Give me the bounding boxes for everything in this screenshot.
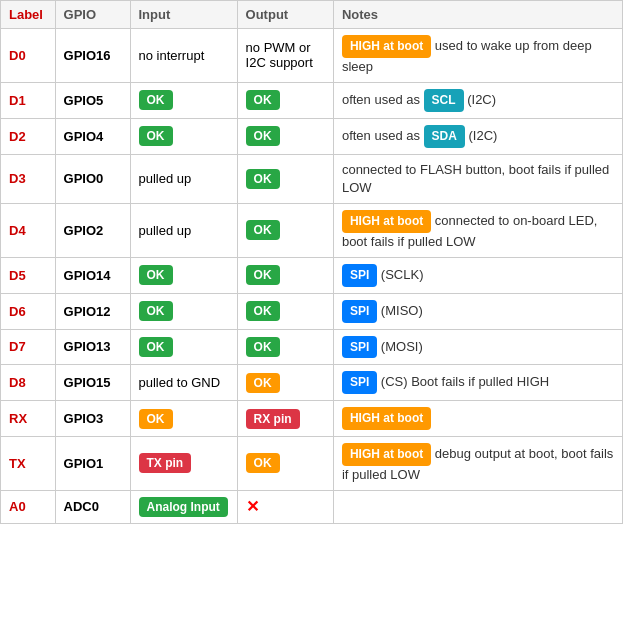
- col-header-input: Input: [130, 1, 237, 29]
- cell-gpio: GPIO3: [55, 401, 130, 437]
- note-badge: HIGH at boot: [342, 35, 431, 58]
- table-row: D1 GPIO5 OK OK often used as SCL (I2C): [1, 82, 623, 118]
- cell-output: OK: [237, 154, 333, 203]
- cell-notes: SPI (MOSI): [333, 329, 622, 365]
- cell-notes: often used as SCL (I2C): [333, 82, 622, 118]
- cell-gpio: GPIO0: [55, 154, 130, 203]
- cell-input: no interrupt: [130, 29, 237, 83]
- cell-input: pulled to GND: [130, 365, 237, 401]
- cell-badge: OK: [246, 169, 280, 189]
- cell-badge: OK: [139, 301, 173, 321]
- cell-badge: OK: [246, 453, 280, 473]
- table-row: D8 GPIO15 pulled to GND OK SPI (CS) Boot…: [1, 365, 623, 401]
- cell-input: OK: [130, 293, 237, 329]
- cell-gpio: GPIO4: [55, 118, 130, 154]
- cell-badge: OK: [246, 265, 280, 285]
- cell-input: OK: [130, 118, 237, 154]
- cell-notes: HIGH at boot used to wake up from deep s…: [333, 29, 622, 83]
- note-badge: HIGH at boot: [342, 443, 431, 466]
- note-text: (SCLK): [377, 267, 423, 282]
- cell-output: OK: [237, 436, 333, 490]
- cell-plain: no PWM or I2C support: [246, 40, 313, 70]
- note-text: (I2C): [464, 92, 497, 107]
- cell-output: ✕: [237, 490, 333, 523]
- table-row: D2 GPIO4 OK OK often used as SDA (I2C): [1, 118, 623, 154]
- cell-label: D4: [1, 203, 56, 257]
- cell-label: D3: [1, 154, 56, 203]
- cell-output: OK: [237, 293, 333, 329]
- cell-gpio: GPIO16: [55, 29, 130, 83]
- cell-output: OK: [237, 82, 333, 118]
- cell-gpio: GPIO5: [55, 82, 130, 118]
- note-badge: SCL: [424, 89, 464, 112]
- note-text: (CS) Boot fails if pulled HIGH: [377, 374, 549, 389]
- cell-gpio: GPIO13: [55, 329, 130, 365]
- cell-notes: [333, 490, 622, 523]
- note-text: often used as: [342, 92, 424, 107]
- cell-badge: OK: [246, 301, 280, 321]
- note-badge: HIGH at boot: [342, 210, 431, 233]
- cell-badge: OK: [139, 126, 173, 146]
- cell-x: ✕: [246, 498, 259, 515]
- cell-badge: Analog Input: [139, 497, 228, 517]
- cell-notes: SPI (MISO): [333, 293, 622, 329]
- cell-input: OK: [130, 329, 237, 365]
- note-badge: SPI: [342, 336, 377, 359]
- note-text: often used as: [342, 128, 424, 143]
- cell-notes: SPI (SCLK): [333, 257, 622, 293]
- cell-notes: HIGH at boot connected to on-board LED, …: [333, 203, 622, 257]
- cell-input: pulled up: [130, 154, 237, 203]
- note-badge: HIGH at boot: [342, 407, 431, 430]
- cell-plain: pulled up: [139, 223, 192, 238]
- note-badge: SDA: [424, 125, 465, 148]
- cell-badge: TX pin: [139, 453, 192, 473]
- cell-plain: no interrupt: [139, 48, 205, 63]
- cell-gpio: GPIO12: [55, 293, 130, 329]
- cell-badge: OK: [246, 373, 280, 393]
- cell-notes: SPI (CS) Boot fails if pulled HIGH: [333, 365, 622, 401]
- note-text: (I2C): [465, 128, 498, 143]
- note-badge: SPI: [342, 371, 377, 394]
- note-badge: SPI: [342, 300, 377, 323]
- cell-output: OK: [237, 329, 333, 365]
- cell-badge: OK: [139, 337, 173, 357]
- cell-badge: RX pin: [246, 409, 300, 429]
- col-header-output: Output: [237, 1, 333, 29]
- table-row: A0 ADC0 Analog Input ✕: [1, 490, 623, 523]
- cell-input: Analog Input: [130, 490, 237, 523]
- cell-output: OK: [237, 118, 333, 154]
- note-badge: SPI: [342, 264, 377, 287]
- cell-gpio: GPIO2: [55, 203, 130, 257]
- table-row: D4 GPIO2 pulled up OK HIGH at boot conne…: [1, 203, 623, 257]
- cell-label: D8: [1, 365, 56, 401]
- cell-output: OK: [237, 203, 333, 257]
- cell-label: D5: [1, 257, 56, 293]
- cell-label: D1: [1, 82, 56, 118]
- cell-label: A0: [1, 490, 56, 523]
- cell-plain: pulled to GND: [139, 375, 221, 390]
- table-row: D5 GPIO14 OK OK SPI (SCLK): [1, 257, 623, 293]
- cell-badge: OK: [139, 90, 173, 110]
- cell-gpio: ADC0: [55, 490, 130, 523]
- col-header-label: Label: [1, 1, 56, 29]
- cell-badge: OK: [139, 409, 173, 429]
- cell-output: OK: [237, 365, 333, 401]
- cell-notes: connected to FLASH button, boot fails if…: [333, 154, 622, 203]
- note-text: (MOSI): [377, 339, 423, 354]
- cell-gpio: GPIO14: [55, 257, 130, 293]
- cell-output: OK: [237, 257, 333, 293]
- table-row: D7 GPIO13 OK OK SPI (MOSI): [1, 329, 623, 365]
- cell-notes: HIGH at boot debug output at boot, boot …: [333, 436, 622, 490]
- table-row: D0 GPIO16 no interrupt no PWM or I2C sup…: [1, 29, 623, 83]
- cell-label: D0: [1, 29, 56, 83]
- cell-output: no PWM or I2C support: [237, 29, 333, 83]
- cell-badge: OK: [246, 126, 280, 146]
- col-header-gpio: GPIO: [55, 1, 130, 29]
- cell-input: pulled up: [130, 203, 237, 257]
- cell-input: OK: [130, 401, 237, 437]
- table-row: RX GPIO3 OK RX pin HIGH at boot: [1, 401, 623, 437]
- cell-badge: OK: [246, 220, 280, 240]
- cell-gpio: GPIO15: [55, 365, 130, 401]
- cell-badge: OK: [246, 337, 280, 357]
- cell-gpio: GPIO1: [55, 436, 130, 490]
